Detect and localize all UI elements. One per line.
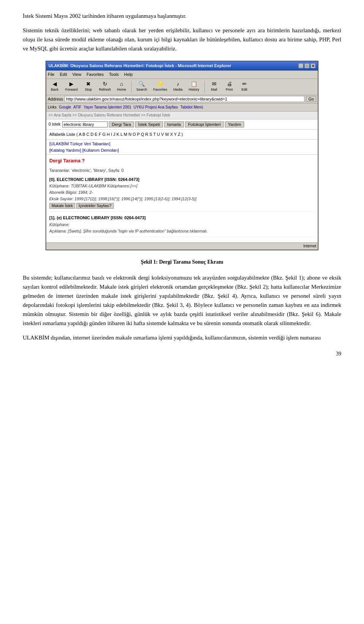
link-yayin[interactable]: Yayın Tarama İşlemleri 2001 bbox=[84, 104, 132, 110]
edit-button[interactable]: ✏ Edit bbox=[238, 80, 251, 93]
mail-button[interactable]: ✉ Mail bbox=[207, 80, 221, 93]
result-1-kutuphane: Kütüphane: bbox=[49, 222, 315, 228]
toolbar-separator-2 bbox=[204, 81, 205, 93]
result-1-index: [1]. bbox=[49, 215, 56, 220]
result-0-titletext: ELECTRONIC LIBRARY [ISSN: 0264-0473] bbox=[57, 177, 140, 182]
figure-caption: Şekil 1: Dergi Tarama Sonuç Ekranı bbox=[23, 258, 341, 266]
breadcrumb-text: >> Ana Sayfa >> Okuyucu Salonu Referans … bbox=[49, 113, 170, 117]
stop-button[interactable]: ✖ Stop bbox=[82, 80, 95, 93]
browser-titlebar: ULAKBİM: Okuyucu Salonu Referans Hizmetl… bbox=[46, 61, 318, 71]
browser-window: ULAKBİM: Okuyucu Salonu Referans Hizmetl… bbox=[46, 61, 318, 250]
favorites-icon: ⭐ bbox=[157, 81, 163, 86]
menu-tools[interactable]: Tools bbox=[109, 71, 119, 78]
paragraph-1-text: İstek Sistemi Mayıs 2002 tarihinden itib… bbox=[23, 13, 187, 19]
minimize-btn[interactable]: _ bbox=[298, 63, 303, 68]
close-btn[interactable]: ✕ bbox=[311, 63, 315, 68]
page-number: 39 bbox=[23, 350, 341, 358]
breadcrumb-bar: >> Ana Sayfa >> Okuyucu Salonu Referans … bbox=[46, 112, 318, 119]
result-0-title: [0]. ELECTRONIC LIBRARY [ISSN: 0264-0473… bbox=[49, 176, 315, 183]
yardim-btn[interactable]: Yardım bbox=[225, 121, 244, 127]
link-uyku[interactable]: UYKU Projesi Ana Sayfası bbox=[133, 104, 178, 110]
result-1-aciklama: Açıklama: [Swets]. Şifre sorulduğunda "l… bbox=[49, 228, 315, 234]
home-button[interactable]: ⌂ Home bbox=[115, 80, 129, 93]
address-input[interactable] bbox=[64, 96, 304, 102]
ismarla-btn[interactable]: Ismarla bbox=[164, 121, 184, 127]
alpha-list: Alfabetik Liste ( A B C D E F G H I J K … bbox=[46, 130, 318, 140]
paragraph-3-text: Bu sistemde; kullanıcılarımız basılı ve … bbox=[23, 275, 341, 326]
tarama-info: Tarananlar: 'electronic', 'library', Say… bbox=[49, 167, 315, 174]
stop-icon: ✖ bbox=[86, 81, 91, 86]
menu-edit[interactable]: Edit bbox=[60, 71, 67, 78]
link-google[interactable]: Google bbox=[59, 104, 71, 110]
paragraph-4: ULAKBİM dışından, internet üzerinden mak… bbox=[23, 333, 341, 342]
quick-links: [ULAKBİM Türkçe Veri Tabanları] [Katalog… bbox=[46, 140, 318, 155]
paragraph-2-text: Sistemin teknik özelliklerini; web taban… bbox=[23, 27, 341, 52]
icindekiler-btn[interactable]: İçindekiler Sayfası? bbox=[76, 203, 114, 209]
menu-favorites[interactable]: Favorites bbox=[86, 71, 104, 78]
paragraph-1: İstek Sistemi Mayıs 2002 tarihinden itib… bbox=[23, 11, 341, 20]
link-tabidot[interactable]: Tabidot Menü bbox=[180, 104, 203, 110]
nav-menu-row: 0 istek Dergi Tara İstek Sepeti Ismarla … bbox=[46, 119, 318, 130]
print-icon: 🖨 bbox=[227, 81, 232, 86]
menu-view[interactable]: View bbox=[72, 71, 82, 78]
statusbar-zone: Internet bbox=[303, 243, 316, 249]
media-icon: ♪ bbox=[177, 81, 179, 86]
browser-menubar: File Edit View Favorites Tools Help bbox=[46, 71, 318, 79]
ulakbim-link[interactable]: [ULAKBİM Türkçe Veri Tabanları] bbox=[49, 141, 315, 147]
result-item-1: [1]. (e) ELECTRONIC LIBRARY [ISSN: 0264-… bbox=[49, 215, 315, 237]
toolbar-separator-1 bbox=[131, 81, 132, 93]
dergi-tara-btn[interactable]: Dergi Tara bbox=[109, 121, 134, 127]
history-icon: 📋 bbox=[191, 81, 197, 86]
links-bar: Links Google ATIF Yayın Tarama İşlemleri… bbox=[46, 104, 318, 112]
forward-button[interactable]: ▶ Forward bbox=[63, 80, 80, 93]
address-bar-row: Address Go bbox=[46, 95, 318, 104]
menu-file[interactable]: File bbox=[48, 71, 55, 78]
go-button[interactable]: Go bbox=[306, 96, 316, 102]
print-button[interactable]: 🖨 Print bbox=[223, 80, 236, 93]
browser-statusbar: Internet bbox=[46, 242, 318, 250]
menu-help[interactable]: Help bbox=[124, 71, 133, 78]
katalog-link[interactable]: [Katalog Yardımı] [Kullanım Demoları] bbox=[49, 147, 315, 154]
dergi-tarama-section: Dergi Tarama ? Tarananlar: 'electronic',… bbox=[46, 155, 318, 242]
figure-caption-text: Şekil 1: Dergi Tarama Sonuç Ekranı bbox=[141, 259, 223, 265]
alpha-label: Alfabetik Liste ( A B C D E F G H I J K … bbox=[49, 132, 183, 137]
maximize-btn[interactable]: □ bbox=[304, 63, 309, 68]
result-0-eksik: Eksik Sayılar: 1999:[17(2)]; 1998:[16(*)… bbox=[49, 196, 315, 202]
link-atif[interactable]: ATIF bbox=[74, 104, 82, 110]
search-count-label: 0 istek bbox=[49, 121, 61, 128]
result-0-index: [0]. bbox=[49, 177, 56, 182]
window-controls: _ □ ✕ bbox=[298, 63, 315, 68]
history-button[interactable]: 📋 History bbox=[187, 80, 202, 93]
result-0-kutuphane: Kütüphane: TÜBİTAK-ULAKBİM Kütüphanesi [… bbox=[49, 183, 315, 189]
mail-icon: ✉ bbox=[212, 81, 217, 86]
page-number-text: 39 bbox=[336, 351, 341, 357]
back-icon: ◀ bbox=[53, 81, 57, 86]
edit-icon: ✏ bbox=[242, 81, 247, 86]
makale-istek-btn[interactable]: Makale İstek bbox=[49, 203, 75, 209]
browser-content: >> Ana Sayfa >> Okuyucu Salonu Referans … bbox=[46, 112, 318, 242]
search-button[interactable]: 🔍 Search bbox=[134, 80, 150, 93]
result-0-abonelik: Abonelik Bilgisi: 1984; 2- bbox=[49, 189, 315, 196]
paragraph-4-text: ULAKBİM dışından, internet üzerinden mak… bbox=[23, 335, 321, 341]
media-button[interactable]: ♪ Media bbox=[171, 80, 185, 93]
istek-sepeti-btn[interactable]: İstek Sepeti bbox=[135, 121, 163, 127]
favorites-button[interactable]: ⭐ Favorites bbox=[151, 80, 169, 93]
paragraph-2: Sistemin teknik özelliklerini; web taban… bbox=[23, 26, 341, 53]
dergi-tarama-title: Dergi Tarama ? bbox=[49, 157, 315, 165]
browser-toolbar: ◀ Back ▶ Forward ✖ Stop ↻ Refresh ⌂ Home… bbox=[46, 79, 318, 95]
forward-icon: ▶ bbox=[69, 81, 74, 86]
home-icon: ⌂ bbox=[120, 81, 123, 86]
result-1-title: [1]. (e) ELECTRONIC LIBRARY [ISSN: 0264-… bbox=[49, 215, 315, 222]
refresh-icon: ↻ bbox=[103, 81, 107, 86]
fotokopi-btn[interactable]: Fotokopi İşlemleri bbox=[185, 121, 224, 127]
refresh-button[interactable]: ↻ Refresh bbox=[97, 80, 113, 93]
links-label: Links bbox=[48, 104, 56, 110]
search-icon: 🔍 bbox=[138, 81, 145, 86]
paragraph-3: Bu sistemde; kullanıcılarımız basılı ve … bbox=[23, 273, 341, 328]
back-button[interactable]: ◀ Back bbox=[48, 80, 61, 93]
browser-title: ULAKBİM: Okuyucu Salonu Referans Hizmetl… bbox=[49, 63, 231, 69]
result-item-0: [0]. ELECTRONIC LIBRARY [ISSN: 0264-0473… bbox=[49, 176, 315, 212]
result-1-titletext: (e) ELECTRONIC LIBRARY [ISSN: 0264-0473] bbox=[57, 215, 146, 220]
keyword-input[interactable] bbox=[62, 121, 108, 127]
address-label: Address bbox=[48, 96, 63, 103]
